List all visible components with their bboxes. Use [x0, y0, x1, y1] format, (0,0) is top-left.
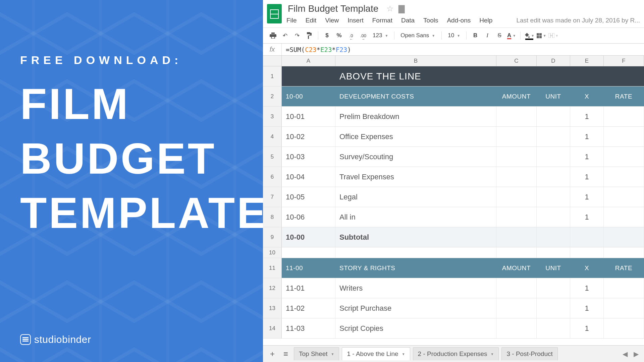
- cell[interactable]: 10-00: [282, 227, 335, 247]
- cell[interactable]: [496, 107, 537, 126]
- formula-input[interactable]: =SUM(C23*E23*F23): [282, 46, 644, 53]
- cell[interactable]: [604, 187, 644, 207]
- redo-button[interactable]: ↷: [292, 31, 303, 41]
- cell[interactable]: [335, 247, 496, 258]
- row-header[interactable]: 3: [263, 107, 282, 126]
- cell[interactable]: 1: [570, 207, 604, 227]
- cell[interactable]: [537, 278, 570, 298]
- cell[interactable]: [604, 247, 644, 258]
- fill-color-button[interactable]: ▼: [524, 31, 535, 41]
- cell[interactable]: [537, 127, 570, 146]
- cell[interactable]: [604, 227, 644, 247]
- cell[interactable]: [537, 318, 570, 338]
- cell[interactable]: [496, 318, 537, 338]
- cell[interactable]: AMOUNT: [496, 86, 537, 106]
- column-header-d[interactable]: D: [537, 56, 570, 66]
- row-header[interactable]: 5: [263, 147, 282, 167]
- cell[interactable]: 1: [570, 147, 604, 167]
- row-header[interactable]: 9: [263, 227, 282, 247]
- cell[interactable]: [604, 107, 644, 126]
- tabs-scroll-left-button[interactable]: ◀: [621, 349, 629, 359]
- cell[interactable]: 1: [570, 187, 604, 207]
- cell[interactable]: 1: [570, 107, 604, 126]
- cell[interactable]: [537, 187, 570, 207]
- cell[interactable]: All in: [335, 207, 496, 227]
- cell[interactable]: 10-02: [282, 127, 335, 146]
- cell[interactable]: DEVELOPMENT COSTS: [335, 86, 496, 106]
- italic-button[interactable]: I: [482, 31, 493, 41]
- cell[interactable]: [570, 66, 604, 86]
- sheet-tab-top-sheet[interactable]: Top Sheet▼: [294, 347, 339, 360]
- borders-button[interactable]: ▼: [536, 31, 547, 41]
- cell[interactable]: 1: [570, 298, 604, 318]
- increase-decimal-button[interactable]: .00→: [358, 31, 369, 41]
- row-header[interactable]: 12: [263, 278, 282, 298]
- cell[interactable]: [604, 298, 644, 318]
- more-formats-button[interactable]: 123▼: [370, 32, 391, 39]
- cell[interactable]: [537, 298, 570, 318]
- decrease-decimal-button[interactable]: .0←: [346, 31, 357, 41]
- cell[interactable]: Script Copies: [335, 318, 496, 338]
- row-header[interactable]: 6: [263, 167, 282, 187]
- cell[interactable]: [496, 227, 537, 247]
- cell[interactable]: 11-01: [282, 278, 335, 298]
- add-sheet-button[interactable]: +: [267, 349, 278, 359]
- cell[interactable]: STORY & RIGHTS: [335, 258, 496, 278]
- text-color-button[interactable]: A▼: [506, 31, 517, 41]
- menu-view[interactable]: View: [325, 17, 339, 24]
- menu-insert[interactable]: Insert: [347, 17, 364, 24]
- cell[interactable]: [604, 278, 644, 298]
- cell[interactable]: [604, 66, 644, 86]
- cell[interactable]: [537, 66, 570, 86]
- cell[interactable]: [496, 66, 537, 86]
- cell[interactable]: [496, 147, 537, 167]
- cell[interactable]: 10-04: [282, 167, 335, 187]
- cell[interactable]: 10-00: [282, 86, 335, 106]
- row-header[interactable]: 7: [263, 187, 282, 207]
- select-all-corner[interactable]: [263, 56, 282, 66]
- row-header[interactable]: 8: [263, 207, 282, 227]
- font-family-select[interactable]: Open Sans▼: [398, 32, 438, 39]
- cell[interactable]: [604, 147, 644, 167]
- cell[interactable]: 10-03: [282, 147, 335, 167]
- menu-tools[interactable]: Tools: [423, 17, 438, 24]
- cell[interactable]: [604, 167, 644, 187]
- document-title[interactable]: Film Budget Template: [286, 3, 380, 15]
- row-header[interactable]: 1: [263, 66, 282, 86]
- cell[interactable]: Writers: [335, 278, 496, 298]
- column-header-a[interactable]: A: [282, 56, 335, 66]
- menu-help[interactable]: Help: [479, 17, 492, 24]
- cell[interactable]: [604, 127, 644, 146]
- cell[interactable]: [282, 247, 335, 258]
- row-header[interactable]: 4: [263, 127, 282, 146]
- cell[interactable]: 11-02: [282, 298, 335, 318]
- cell[interactable]: [496, 278, 537, 298]
- menu-data[interactable]: Data: [401, 17, 415, 24]
- star-icon[interactable]: ☆: [386, 4, 394, 13]
- print-button[interactable]: [268, 31, 278, 41]
- cell[interactable]: [604, 318, 644, 338]
- column-header-c[interactable]: C: [496, 56, 537, 66]
- all-sheets-button[interactable]: ≡: [280, 349, 291, 359]
- merge-cells-button[interactable]: ▼: [548, 31, 559, 41]
- cell[interactable]: 11-03: [282, 318, 335, 338]
- last-edit-label[interactable]: Last edit was made on July 28, 2016 by R…: [516, 17, 640, 24]
- undo-button[interactable]: ↶: [280, 31, 290, 41]
- paint-format-button[interactable]: [304, 31, 315, 41]
- strikethrough-button[interactable]: S: [494, 31, 505, 41]
- cell[interactable]: UNIT: [537, 258, 570, 278]
- cell[interactable]: [496, 127, 537, 146]
- cell[interactable]: [537, 247, 570, 258]
- font-size-select[interactable]: 10▼: [445, 32, 463, 39]
- menu-edit[interactable]: Edit: [306, 17, 317, 24]
- cell[interactable]: [537, 107, 570, 126]
- cell[interactable]: [537, 207, 570, 227]
- cell[interactable]: Subtotal: [335, 227, 496, 247]
- cell[interactable]: [496, 298, 537, 318]
- cell[interactable]: Prelim Breakdown: [335, 107, 496, 126]
- cell[interactable]: 1: [570, 278, 604, 298]
- cell[interactable]: Legal: [335, 187, 496, 207]
- column-header-e[interactable]: E: [570, 56, 604, 66]
- cell[interactable]: [496, 247, 537, 258]
- row-header[interactable]: 11: [263, 258, 282, 278]
